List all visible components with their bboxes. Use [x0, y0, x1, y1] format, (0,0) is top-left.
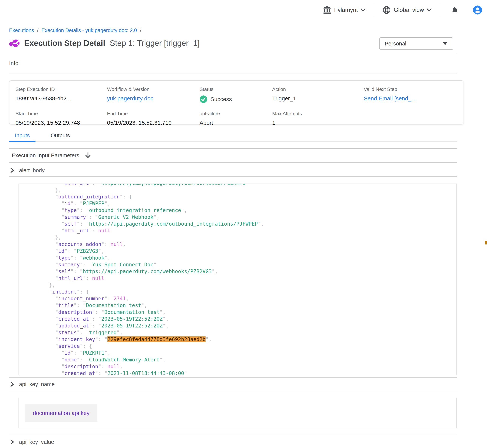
- api-key-name-chip[interactable]: documentation api key: [25, 404, 97, 422]
- tab-outputs[interactable]: Outputs: [51, 132, 70, 142]
- api-key-name-expand-row[interactable]: api_key_name: [10, 381, 55, 387]
- breadcrumb-separator: /: [37, 28, 39, 33]
- start-time-value: 05/19/2023, 15:52:29.748: [16, 120, 107, 126]
- info-card-row: Start Time 05/19/2023, 15:52:29.748 End …: [16, 111, 463, 126]
- breadcrumb-link-executions[interactable]: Executions: [9, 28, 34, 33]
- field-status: Status Success: [200, 86, 272, 103]
- next-step-link[interactable]: Send Email [send_…: [364, 95, 463, 102]
- breadcrumb-separator: /: [140, 28, 141, 33]
- user-avatar-icon[interactable]: [473, 5, 482, 15]
- field-step-execution-id: Step Execution ID 18992a43-9538-4b2…: [16, 86, 107, 103]
- chevron-right-icon[interactable]: [10, 167, 15, 174]
- action-value: Trigger_1: [272, 95, 364, 102]
- section-divider: [9, 176, 457, 177]
- scrollbar-highlight-marker: [485, 241, 487, 244]
- field-max-attempts: Max Attempts 1: [272, 111, 364, 126]
- topbar-divider: [374, 4, 374, 16]
- section-divider: [9, 377, 457, 378]
- tab-bar: Inputs Outputs: [9, 132, 457, 142]
- chevron-right-icon[interactable]: [10, 381, 15, 387]
- alert-body-json-viewer[interactable]: "html_url": "https://fylamynt.pagerduty.…: [18, 184, 457, 375]
- execution-input-parameters-title: Execution Input Parameters: [12, 152, 79, 159]
- workflow-link[interactable]: yuk pagerduty doc: [107, 95, 200, 102]
- org-menu[interactable]: Fylamynt: [323, 6, 366, 14]
- workflow-logo-icon: [9, 38, 20, 49]
- scope-select-value: Personal: [385, 40, 443, 47]
- field-end-time: End Time 05/19/2023, 15:52:31.710: [107, 111, 200, 126]
- global-view-menu[interactable]: Global view: [382, 6, 432, 15]
- api-key-value-label: api_key_value: [19, 439, 54, 445]
- field-start-time: Start Time 05/19/2023, 15:52:29.748: [16, 111, 107, 126]
- breadcrumb: Executions / Execution Details - yuk pag…: [9, 28, 141, 33]
- field-valid-next-step: Valid Next Step Send Email [send_…: [364, 86, 463, 103]
- info-heading: Info: [9, 60, 18, 66]
- success-check-icon: [200, 95, 207, 103]
- json-code: "html_url": "https://fylamynt.pagerduty.…: [24, 184, 456, 375]
- notifications-bell-icon[interactable]: [451, 6, 459, 14]
- top-bar: Fylamynt Global view: [0, 0, 487, 20]
- download-arrow-icon[interactable]: [85, 152, 91, 159]
- status-text: Success: [211, 96, 232, 103]
- breadcrumb-link-execution-details[interactable]: Execution Details - yuk pagerduty doc: 2…: [41, 28, 137, 33]
- chevron-right-icon[interactable]: [10, 439, 15, 445]
- topbar-divider: [440, 4, 440, 16]
- header-divider: [9, 54, 457, 54]
- chevron-down-icon: [427, 8, 432, 12]
- page-subtitle: Step 1: Trigger [trigger_1]: [110, 39, 200, 48]
- alert-body-expand-row[interactable]: alert_body: [10, 167, 45, 174]
- section-divider: [9, 148, 457, 149]
- field-workflow-version: Workflow & Version yuk pagerduty doc: [107, 86, 200, 103]
- info-card-row: Step Execution ID 18992a43-9538-4b2… Wor…: [16, 86, 463, 103]
- title-row: Execution Step Detail Step 1: Trigger [t…: [9, 38, 200, 49]
- globe-icon: [382, 6, 391, 15]
- execution-input-parameters-header: Execution Input Parameters: [12, 152, 91, 159]
- org-name: Fylamynt: [334, 7, 358, 13]
- api-key-value-expand-row[interactable]: api_key_value: [10, 439, 54, 445]
- top-bar-right-cluster: Fylamynt Global view: [323, 0, 482, 20]
- api-key-name-label: api_key_name: [19, 381, 55, 387]
- global-view-label: Global view: [394, 7, 424, 13]
- api-key-name-panel: documentation api key: [18, 398, 457, 428]
- scope-select[interactable]: Personal: [379, 37, 453, 50]
- section-divider: [9, 391, 457, 391]
- caret-down-icon: [443, 42, 447, 45]
- bank-icon: [323, 6, 332, 14]
- section-divider: [9, 162, 457, 163]
- tab-inputs[interactable]: Inputs: [9, 132, 35, 142]
- status-badge: Success: [200, 95, 272, 103]
- chevron-down-icon: [361, 8, 366, 12]
- section-divider: [9, 434, 457, 434]
- step-execution-id-value: 18992a43-9538-4b2…: [16, 95, 107, 102]
- page-title: Execution Step Detail: [24, 39, 105, 48]
- info-divider: [9, 73, 457, 74]
- field-on-failure: onFailure Abort: [200, 111, 272, 126]
- info-card: Step Execution ID 18992a43-9538-4b2… Wor…: [9, 80, 463, 125]
- field-action: Action Trigger_1: [272, 86, 364, 103]
- max-attempts-value: 1: [272, 120, 364, 126]
- end-time-value: 05/19/2023, 15:52:31.710: [107, 120, 200, 126]
- alert-body-label: alert_body: [19, 167, 45, 174]
- on-failure-value: Abort: [200, 120, 272, 126]
- execution-step-detail-page: Fylamynt Global view: [0, 0, 487, 448]
